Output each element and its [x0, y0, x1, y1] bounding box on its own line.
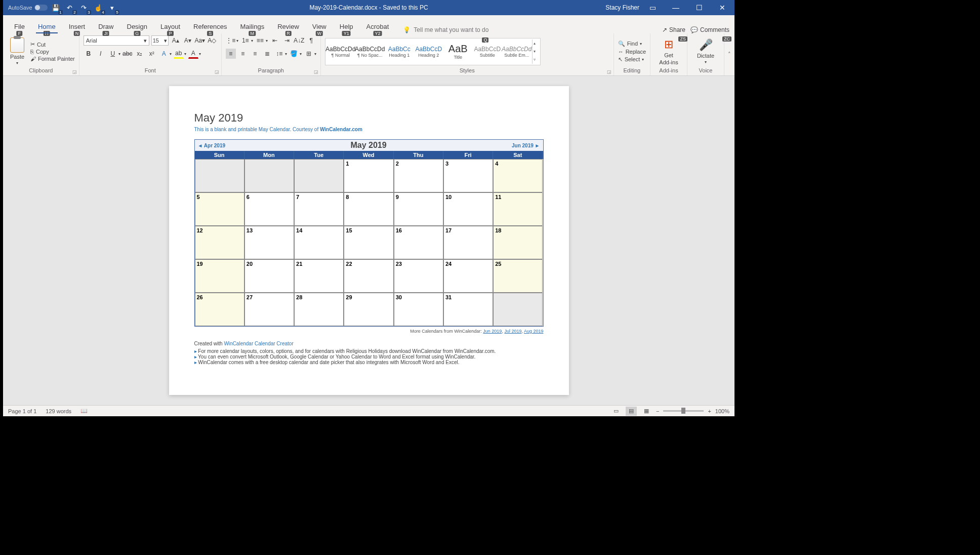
tab-mailings[interactable]: MailingsM — [234, 20, 271, 33]
sort-button[interactable]: A↓Z — [294, 35, 304, 46]
line-spacing-button[interactable]: ↕≡▾ — [274, 49, 287, 59]
tab-review[interactable]: ReviewR — [271, 20, 305, 33]
shading-button[interactable]: 🪣▾ — [289, 49, 302, 59]
style-subtle-em[interactable]: AaBbCcDdSubtle Em... — [503, 39, 531, 64]
multilevel-button[interactable]: ≡≡▾ — [255, 35, 268, 46]
align-center-button[interactable]: ≡ — [238, 49, 248, 59]
zoom-slider[interactable] — [663, 410, 704, 412]
align-left-button[interactable]: ≡ — [226, 49, 236, 59]
superscript-button[interactable]: x² — [147, 49, 157, 59]
numbering-button[interactable]: 1≡▾ — [240, 35, 253, 46]
wincalendar-link[interactable]: WinCalendar Calendar Creator — [224, 341, 293, 346]
tab-layout[interactable]: LayoutP — [154, 20, 186, 33]
zoom-in-button[interactable]: + — [708, 408, 711, 414]
styles-gallery[interactable]: AaBbCcDd¶ Normal AaBbCcDd¶ No Spac... Aa… — [325, 38, 541, 65]
style-heading-2[interactable]: AaBbCcDHeading 2 — [415, 39, 443, 64]
font-color-button[interactable]: A▾ — [188, 49, 201, 59]
style-subtitle[interactable]: AaBbCcDSubtitle — [473, 39, 502, 64]
align-right-button[interactable]: ≡ — [250, 49, 260, 59]
tab-home[interactable]: HomeH — [32, 20, 62, 33]
style-no-spacing[interactable]: AaBbCcDd¶ No Spac... — [356, 39, 384, 64]
change-case-button[interactable]: Aa▾ — [195, 35, 205, 46]
tab-draw[interactable]: DrawJI — [92, 20, 119, 33]
close-icon[interactable]: ✕ — [712, 0, 732, 15]
subscript-button[interactable]: x₂ — [135, 49, 145, 59]
document-area[interactable]: May 2019 This is a blank and printable M… — [3, 76, 734, 405]
style-heading-1[interactable]: AaBbCcHeading 1 — [385, 39, 414, 64]
launcher-icon[interactable]: ◲ — [314, 69, 318, 74]
tab-references[interactable]: ReferencesS — [187, 20, 233, 33]
tab-insert[interactable]: InsertN — [63, 20, 92, 33]
style-title[interactable]: AaBTitle — [444, 39, 472, 64]
redo-icon[interactable]: ↷3 — [78, 2, 90, 14]
font-name-select[interactable]: Arial▾ — [84, 35, 149, 46]
justify-button[interactable]: ≣ — [262, 49, 272, 59]
page-status[interactable]: Page 1 of 1 — [8, 408, 36, 414]
comments-button[interactable]: 💬CommentsZC — [690, 26, 729, 33]
read-mode-button[interactable]: ▭ — [610, 407, 622, 416]
get-addins-button[interactable]: ⊞ Get Add-ins — [655, 38, 683, 65]
calendar-cell: 14 — [294, 226, 344, 259]
styles-more-button[interactable]: ▴▾▿ — [532, 39, 539, 64]
bold-button[interactable]: B — [84, 49, 94, 59]
shrink-font-button[interactable]: A▾ — [183, 35, 193, 46]
maximize-icon[interactable]: ☐ — [689, 0, 709, 15]
autosave-toggle[interactable]: AutoSave — [8, 5, 48, 11]
user-name[interactable]: Stacy Fisher — [605, 4, 639, 11]
tab-view[interactable]: ViewW — [306, 20, 333, 33]
qat-more-icon[interactable]: ▾5 — [106, 2, 118, 14]
dictate-button[interactable]: 🎤 Dictate ▾ — [691, 38, 720, 64]
clear-formatting-button[interactable]: A◇ — [207, 35, 217, 46]
decrease-indent-button[interactable]: ⇤ — [270, 35, 280, 46]
tell-me-search[interactable]: 💡 Tell me what you want to do Q — [403, 26, 488, 33]
minimize-icon[interactable]: — — [666, 0, 686, 15]
zoom-out-button[interactable]: − — [656, 408, 659, 414]
show-marks-button[interactable]: ¶ — [306, 35, 316, 46]
launcher-icon[interactable]: ◲ — [607, 69, 611, 74]
format-painter-button[interactable]: 🖌Format Painter — [30, 56, 75, 62]
text-effects-button[interactable]: A▾ — [159, 49, 172, 59]
tab-acrobat[interactable]: AcrobatY2 — [360, 20, 395, 33]
toggle-off-icon[interactable] — [34, 5, 48, 11]
increase-indent-button[interactable]: ⇥ — [282, 35, 292, 46]
calendar-cell: 13 — [244, 226, 294, 259]
zoom-level[interactable]: 100% — [715, 408, 729, 414]
font-size-select[interactable]: 15▾ — [151, 35, 169, 46]
next-month-link[interactable]: Jun 2019 ► — [512, 143, 540, 148]
tab-design[interactable]: DesignG — [121, 20, 153, 33]
grow-font-button[interactable]: A▴ — [171, 35, 181, 46]
save-icon[interactable]: 💾1 — [50, 2, 62, 14]
style-normal[interactable]: AaBbCcDd¶ Normal — [326, 39, 355, 64]
underline-button[interactable]: U▾ — [108, 49, 120, 59]
web-layout-button[interactable]: ▦ — [641, 407, 652, 416]
italic-button[interactable]: I — [96, 49, 106, 59]
replace-button[interactable]: ↔Replace — [618, 49, 646, 55]
link-jul[interactable]: Jul 2019 — [504, 329, 521, 334]
touchmode-icon[interactable]: ☝4 — [92, 2, 104, 14]
select-button[interactable]: ↖Select▾ — [618, 56, 646, 63]
prev-month-link[interactable]: ◄ Apr 2019 — [198, 143, 226, 148]
undo-icon[interactable]: ↶2 — [64, 2, 76, 14]
tab-file[interactable]: FileF — [8, 20, 31, 33]
launcher-icon[interactable]: ◲ — [215, 69, 219, 74]
bullet-item: You can even convert Microsoft Outlook, … — [194, 354, 544, 360]
find-button[interactable]: 🔍Find▾ — [618, 41, 646, 47]
share-button[interactable]: ↗ShareZS — [662, 26, 685, 33]
tab-help[interactable]: HelpY1 — [334, 20, 359, 33]
word-count[interactable]: 129 words — [46, 408, 71, 414]
link-aug[interactable]: Aug 2019 — [524, 329, 544, 334]
paste-button[interactable]: Paste ▾ — [7, 37, 27, 65]
highlight-button[interactable]: ab▾ — [174, 49, 186, 59]
ribbon-display-icon[interactable]: ▭ — [642, 0, 663, 15]
cut-button[interactable]: ✂Cut — [30, 41, 75, 48]
strikethrough-button[interactable]: abc — [123, 49, 133, 59]
spellcheck-icon[interactable]: 📖 — [80, 408, 88, 414]
print-layout-button[interactable]: ▤ — [626, 407, 637, 416]
bullets-button[interactable]: ⋮≡▾ — [226, 35, 238, 46]
link-jun[interactable]: Jun 2019 — [483, 329, 502, 334]
launcher-icon[interactable]: ◲ — [72, 69, 77, 74]
copy-button[interactable]: ⎘Copy — [30, 49, 75, 55]
calendar-cell: 28 — [294, 293, 344, 326]
borders-button[interactable]: ⊞▾ — [304, 49, 316, 59]
page[interactable]: May 2019 This is a blank and printable M… — [169, 86, 569, 395]
